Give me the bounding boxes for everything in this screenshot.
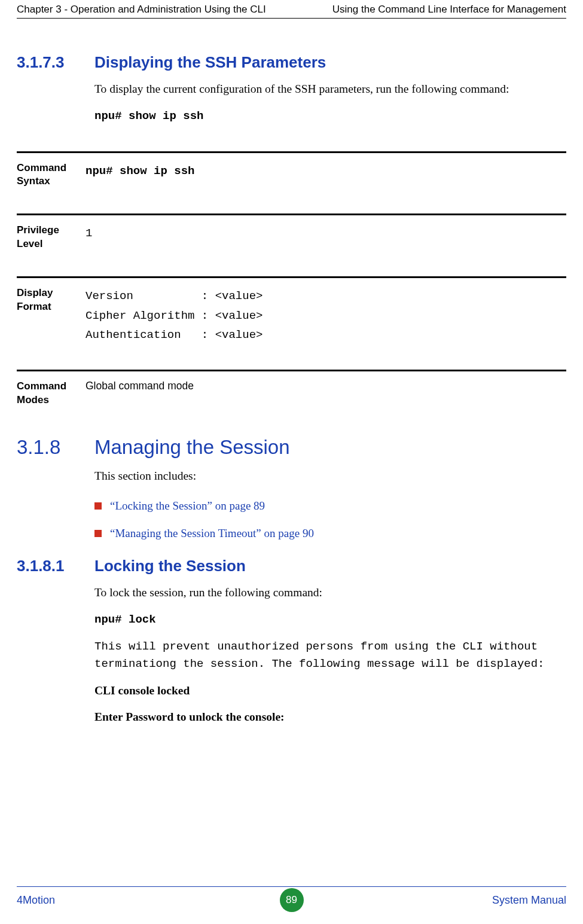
header-left: Chapter 3 - Operation and Administration… (17, 4, 266, 16)
heading-title: Displaying the SSH Parameters (94, 53, 566, 72)
command-text: npu# lock (94, 610, 566, 629)
display-format-block: Display Format Version : <value> Cipher … (17, 276, 566, 344)
heading-3-1-8: 3.1.8 Managing the Session (17, 436, 566, 459)
page-number-badge: 89 (280, 888, 304, 912)
command-syntax-block: Command Syntax npu# show ip ssh (17, 151, 566, 189)
heading-3-1-8-1: 3.1.8.1 Locking the Session (17, 557, 566, 575)
block-label: Command Syntax (17, 161, 86, 189)
privilege-level-block: Privilege Level 1 (17, 214, 566, 251)
output-message: CLI console locked (94, 684, 566, 697)
cross-reference-link[interactable]: “Locking the Session” on page 89 (110, 499, 265, 513)
square-bullet-icon (94, 530, 102, 537)
header-right: Using the Command Line Interface for Man… (332, 4, 566, 16)
square-bullet-icon (94, 502, 102, 510)
running-header: Chapter 3 - Operation and Administration… (17, 0, 566, 19)
block-value: Global command mode (86, 380, 566, 392)
command-modes-block: Command Modes Global command mode (17, 370, 566, 407)
footer-left: 4Motion (17, 894, 55, 907)
command-text: npu# show ip ssh (94, 106, 566, 126)
heading-number: 3.1.8.1 (17, 557, 94, 575)
heading-3-1-7-3: 3.1.7.3 Displaying the SSH Parameters (17, 53, 566, 72)
block-value: 1 (86, 224, 566, 243)
block-label: Command Modes (17, 380, 86, 407)
block-label: Display Format (17, 286, 86, 314)
block-value: Version : <value> Cipher Algorithm : <va… (86, 286, 566, 344)
list-item: “Managing the Session Timeout” on page 9… (94, 527, 566, 540)
heading-title: Managing the Session (94, 436, 566, 459)
page-footer: 4Motion 89 System Manual (0, 886, 583, 913)
block-label: Privilege Level (17, 224, 86, 251)
heading-number: 3.1.8 (17, 436, 94, 459)
heading-number: 3.1.7.3 (17, 53, 94, 72)
paragraph: This section includes: (94, 467, 566, 485)
paragraph: To lock the session, run the following c… (94, 584, 566, 602)
heading-title: Locking the Session (94, 557, 566, 575)
paragraph: To display the current configuration of … (94, 80, 566, 98)
list-item: “Locking the Session” on page 89 (94, 499, 566, 513)
page-number: 89 (286, 894, 297, 906)
paragraph: This will prevent unauthorized persons f… (94, 638, 566, 673)
block-value: npu# show ip ssh (86, 161, 566, 181)
output-message: Enter Password to unlock the console: (94, 710, 566, 724)
footer-right: System Manual (492, 894, 566, 907)
cross-reference-link[interactable]: “Managing the Session Timeout” on page 9… (110, 527, 314, 540)
